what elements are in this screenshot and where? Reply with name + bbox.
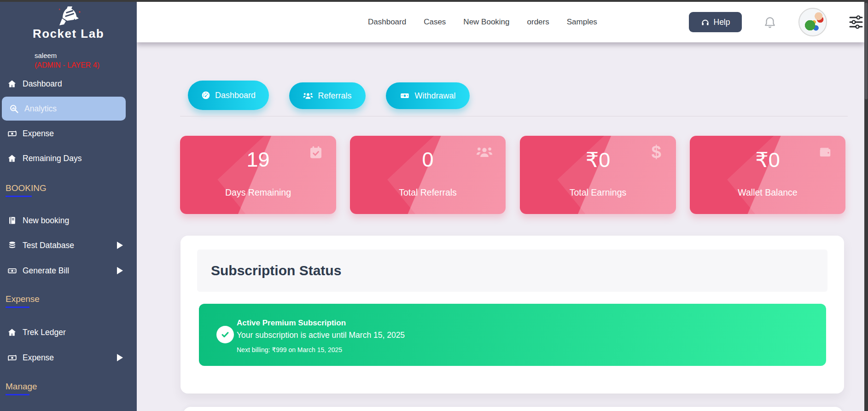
alert-line-3: Next billing: ₹999 on March 15, 2025 bbox=[237, 345, 405, 354]
check-circle-icon bbox=[216, 326, 234, 343]
scrollbar-thumb[interactable] bbox=[865, 3, 868, 99]
tab-dashboard[interactable]: Dashboard bbox=[188, 81, 269, 110]
stat-label: Wallet Balance bbox=[690, 187, 845, 198]
main-content: Dashboard Referrals Withdrawal bbox=[137, 42, 864, 411]
nav-link-new-booking[interactable]: New Booking bbox=[463, 17, 509, 27]
money-transfer-icon bbox=[7, 128, 17, 139]
user-role: (ADMIN - LAYER 4) bbox=[35, 61, 99, 69]
nav-links: Dashboard Cases New Booking orders Sampl… bbox=[368, 2, 597, 42]
stat-card-total-referrals: 0 Total Referrals bbox=[350, 136, 506, 214]
app-root: Rocket Lab saleem (ADMIN - LAYER 4) Dash… bbox=[0, 0, 868, 411]
sidebar: Rocket Lab saleem (ADMIN - LAYER 4) Dash… bbox=[0, 0, 137, 411]
alert-line-1: Active Premium Subscription bbox=[237, 317, 405, 329]
chevron-right-icon[interactable] bbox=[117, 242, 123, 249]
tab-label: Referrals bbox=[318, 91, 351, 101]
help-button-label: Help bbox=[714, 17, 730, 27]
tab-label: Withdrawal bbox=[414, 91, 455, 101]
brand-name: Rocket Lab bbox=[0, 27, 137, 41]
sidebar-section-manage: Manage bbox=[6, 382, 37, 392]
sliders-icon[interactable] bbox=[849, 14, 863, 32]
money-bill-icon bbox=[400, 91, 410, 100]
home-icon bbox=[7, 327, 17, 337]
section-underline bbox=[6, 307, 29, 308]
section-label: BOOKING bbox=[6, 183, 47, 193]
stat-label: Total Earnings bbox=[520, 187, 676, 198]
section-underline bbox=[6, 394, 29, 395]
analytics-search-icon bbox=[9, 104, 19, 114]
sidebar-section-expense: Expense bbox=[6, 294, 40, 304]
user-name: saleem bbox=[35, 52, 57, 59]
sidebar-item-generate-bill[interactable]: Generate Bill bbox=[0, 262, 137, 279]
headphones-icon bbox=[701, 18, 710, 27]
nav-link-orders[interactable]: orders bbox=[527, 17, 549, 27]
sidebar-item-dashboard[interactable]: Dashboard bbox=[0, 75, 137, 92]
home-icon bbox=[7, 79, 17, 89]
avatar[interactable] bbox=[798, 8, 827, 36]
sidebar-item-new-booking[interactable]: New booking bbox=[0, 212, 137, 229]
section-label: Expense bbox=[6, 294, 40, 304]
nav-link-samples[interactable]: Samples bbox=[567, 17, 597, 27]
stat-card-days-remaining: 19 Days Remaining bbox=[180, 136, 336, 214]
brand: Rocket Lab bbox=[0, 5, 137, 41]
next-card-partial bbox=[183, 407, 843, 411]
section-label: Manage bbox=[6, 382, 37, 391]
alert-line-2: Your subscription is active until March … bbox=[237, 329, 405, 341]
sidebar-item-expense[interactable]: Expense bbox=[0, 125, 137, 142]
subscription-title: Subscription Status bbox=[211, 263, 341, 278]
sidebar-item-analytics[interactable]: Analytics bbox=[2, 97, 126, 121]
subscription-header: Subscription Status bbox=[197, 249, 827, 292]
sidebar-item-label: Analytics bbox=[24, 104, 57, 114]
wallet-icon bbox=[818, 145, 833, 161]
section-underline bbox=[6, 196, 32, 197]
sidebar-item-label: Trek Ledger bbox=[23, 328, 66, 337]
sidebar-item-label: Dashboard bbox=[23, 79, 62, 89]
subscription-alert: Active Premium Subscription Your subscri… bbox=[199, 304, 826, 366]
scrollbar[interactable] bbox=[864, 0, 868, 411]
tab-referrals[interactable]: Referrals bbox=[289, 82, 366, 109]
book-icon bbox=[7, 215, 17, 226]
users-icon bbox=[476, 145, 493, 161]
top-navbar: Dashboard Cases New Booking orders Sampl… bbox=[137, 2, 864, 42]
subscription-card: Subscription Status Active Premium Subsc… bbox=[181, 236, 844, 394]
bell-icon[interactable] bbox=[763, 16, 777, 31]
chevron-right-icon[interactable] bbox=[117, 354, 123, 361]
stat-card-wallet-balance: ₹0 Wallet Balance bbox=[690, 136, 845, 214]
sidebar-item-label: Remaining Days bbox=[23, 154, 82, 163]
sidebar-item-expense-2[interactable]: Expense bbox=[0, 349, 137, 366]
sidebar-item-remaining-days[interactable]: Remaining Days bbox=[0, 150, 137, 167]
sidebar-section-booking: BOOKING bbox=[6, 183, 47, 193]
stat-label: Total Referrals bbox=[350, 187, 506, 198]
window-top-edge bbox=[0, 0, 868, 2]
sidebar-item-label: Expense bbox=[23, 129, 54, 139]
home-icon bbox=[7, 153, 17, 163]
sidebar-item-trek-ledger[interactable]: Trek Ledger bbox=[0, 324, 137, 341]
stat-label: Days Remaining bbox=[180, 187, 336, 198]
sidebar-item-label: Generate Bill bbox=[23, 266, 69, 276]
gauge-icon bbox=[201, 91, 210, 100]
chevron-right-icon[interactable] bbox=[117, 267, 123, 274]
tab-withdrawal[interactable]: Withdrawal bbox=[386, 82, 470, 109]
dollar-sign-icon: $ bbox=[652, 143, 661, 161]
nav-link-dashboard[interactable]: Dashboard bbox=[368, 17, 406, 27]
sidebar-item-label: New booking bbox=[23, 216, 69, 226]
tab-label: Dashboard bbox=[215, 91, 256, 100]
users-icon bbox=[303, 91, 313, 100]
help-button[interactable]: Help bbox=[689, 12, 742, 32]
money-transfer-icon bbox=[7, 353, 17, 363]
alert-text: Active Premium Subscription Your subscri… bbox=[237, 317, 405, 354]
nav-link-cases[interactable]: Cases bbox=[424, 17, 446, 27]
sidebar-item-label: Expense bbox=[23, 353, 54, 363]
sidebar-item-test-database[interactable]: Test Database bbox=[0, 237, 137, 254]
calendar-check-icon bbox=[309, 145, 323, 162]
sidebar-item-label: Test Database bbox=[23, 241, 74, 250]
database-icon bbox=[7, 240, 17, 250]
money-bill-icon bbox=[7, 266, 17, 276]
stat-card-total-earnings: ₹0 Total Earnings $ bbox=[520, 136, 676, 214]
section-divider bbox=[180, 116, 848, 116]
rocket-logo-icon bbox=[52, 5, 85, 26]
